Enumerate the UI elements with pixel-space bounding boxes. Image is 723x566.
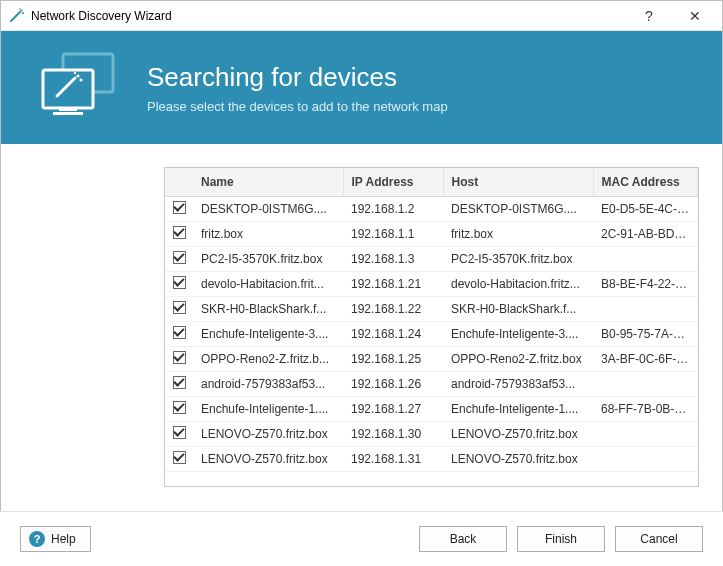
finish-button[interactable]: Finish <box>517 526 605 552</box>
banner-heading: Searching for devices <box>147 62 448 93</box>
row-checkbox-cell[interactable] <box>165 221 193 246</box>
cell-host: devolo-Habitacion.fritz... <box>443 271 593 296</box>
row-checkbox-cell[interactable] <box>165 396 193 421</box>
cancel-button[interactable]: Cancel <box>615 526 703 552</box>
row-checkbox[interactable] <box>173 376 186 389</box>
cell-mac: B8-BE-F4-22-45-16 <box>593 271 698 296</box>
cell-host: OPPO-Reno2-Z.fritz.box <box>443 346 593 371</box>
row-checkbox-cell[interactable] <box>165 271 193 296</box>
back-button[interactable]: Back <box>419 526 507 552</box>
cell-host: LENOVO-Z570.fritz.box <box>443 446 593 471</box>
row-checkbox-cell[interactable] <box>165 446 193 471</box>
cell-name: Enchufe-Inteligente-3.... <box>193 321 343 346</box>
cell-mac <box>593 371 698 396</box>
cell-ip: 192.168.1.26 <box>343 371 443 396</box>
row-checkbox-cell[interactable] <box>165 196 193 221</box>
row-checkbox[interactable] <box>173 226 186 239</box>
cell-ip: 192.168.1.2 <box>343 196 443 221</box>
cell-mac: B0-95-75-7A-AB-01 <box>593 321 698 346</box>
cell-mac: 3A-BF-0C-6F-11-BD <box>593 346 698 371</box>
cell-name: LENOVO-Z570.fritz.box <box>193 421 343 446</box>
svg-rect-5 <box>59 108 77 111</box>
row-checkbox[interactable] <box>173 401 186 414</box>
table-row[interactable]: LENOVO-Z570.fritz.box192.168.1.30LENOVO-… <box>165 421 698 446</box>
cell-name: SKR-H0-BlackShark.f... <box>193 296 343 321</box>
row-checkbox-cell[interactable] <box>165 371 193 396</box>
wizard-icon <box>25 52 135 124</box>
cell-name: devolo-Habitacion.frit... <box>193 271 343 296</box>
table-row[interactable]: DESKTOP-0ISTM6G....192.168.1.2DESKTOP-0I… <box>165 196 698 221</box>
cell-mac: E0-D5-5E-4C-5B-D4 <box>593 196 698 221</box>
cell-name: fritz.box <box>193 221 343 246</box>
row-checkbox[interactable] <box>173 276 186 289</box>
row-checkbox[interactable] <box>173 251 186 264</box>
device-table-container: Name IP Address Host MAC Address DESKTOP… <box>164 167 699 487</box>
row-checkbox[interactable] <box>173 426 186 439</box>
svg-point-7 <box>76 74 79 77</box>
help-titlebar-button[interactable]: ? <box>626 1 672 31</box>
table-row[interactable]: fritz.box192.168.1.1fritz.box2C-91-AB-BD… <box>165 221 698 246</box>
cell-ip: 192.168.1.31 <box>343 446 443 471</box>
cell-mac <box>593 421 698 446</box>
col-ip[interactable]: IP Address <box>343 168 443 196</box>
table-row[interactable]: devolo-Habitacion.frit...192.168.1.21dev… <box>165 271 698 296</box>
table-header-row: Name IP Address Host MAC Address <box>165 168 698 196</box>
cell-ip: 192.168.1.3 <box>343 246 443 271</box>
app-icon <box>9 8 25 24</box>
table-row[interactable]: android-7579383af53...192.168.1.26androi… <box>165 371 698 396</box>
svg-point-8 <box>79 78 82 81</box>
cell-ip: 192.168.1.22 <box>343 296 443 321</box>
help-icon: ? <box>29 531 45 547</box>
cell-host: DESKTOP-0ISTM6G.... <box>443 196 593 221</box>
titlebar: Network Discovery Wizard ? ✕ <box>1 1 722 31</box>
row-checkbox-cell[interactable] <box>165 296 193 321</box>
row-checkbox-cell[interactable] <box>165 321 193 346</box>
table-row[interactable]: Enchufe-Inteligente-3....192.168.1.24Enc… <box>165 321 698 346</box>
row-checkbox[interactable] <box>173 326 186 339</box>
table-row[interactable]: LENOVO-Z570.fritz.box192.168.1.31LENOVO-… <box>165 446 698 471</box>
footer: ? Help Back Finish Cancel <box>0 511 723 566</box>
row-checkbox[interactable] <box>173 351 186 364</box>
cell-host: fritz.box <box>443 221 593 246</box>
banner-subtitle: Please select the devices to add to the … <box>147 99 448 114</box>
table-row[interactable]: SKR-H0-BlackShark.f...192.168.1.22SKR-H0… <box>165 296 698 321</box>
cell-name: LENOVO-Z570.fritz.box <box>193 446 343 471</box>
help-button[interactable]: ? Help <box>20 526 91 552</box>
cell-host: Enchufe-Inteligente-1.... <box>443 396 593 421</box>
cell-host: SKR-H0-BlackShark.f... <box>443 296 593 321</box>
cell-mac <box>593 246 698 271</box>
cell-name: OPPO-Reno2-Z.fritz.b... <box>193 346 343 371</box>
close-button[interactable]: ✕ <box>672 1 718 31</box>
device-table-scroll[interactable]: Name IP Address Host MAC Address DESKTOP… <box>165 168 698 486</box>
cell-ip: 192.168.1.21 <box>343 271 443 296</box>
content-area: Name IP Address Host MAC Address DESKTOP… <box>0 143 723 511</box>
svg-point-9 <box>74 71 76 73</box>
cell-mac <box>593 446 698 471</box>
table-row[interactable]: OPPO-Reno2-Z.fritz.b...192.168.1.25OPPO-… <box>165 346 698 371</box>
svg-point-2 <box>19 8 21 10</box>
cell-name: android-7579383af53... <box>193 371 343 396</box>
row-checkbox[interactable] <box>173 451 186 464</box>
cell-host: LENOVO-Z570.fritz.box <box>443 421 593 446</box>
col-host[interactable]: Host <box>443 168 593 196</box>
cell-ip: 192.168.1.24 <box>343 321 443 346</box>
table-row[interactable]: PC2-I5-3570K.fritz.box192.168.1.3PC2-I5-… <box>165 246 698 271</box>
svg-rect-4 <box>43 70 93 108</box>
cell-ip: 192.168.1.27 <box>343 396 443 421</box>
row-checkbox-cell[interactable] <box>165 346 193 371</box>
table-row[interactable]: Enchufe-Inteligente-1....192.168.1.27Enc… <box>165 396 698 421</box>
col-name[interactable]: Name <box>193 168 343 196</box>
cell-name: PC2-I5-3570K.fritz.box <box>193 246 343 271</box>
cell-host: PC2-I5-3570K.fritz.box <box>443 246 593 271</box>
row-checkbox-cell[interactable] <box>165 421 193 446</box>
row-checkbox[interactable] <box>173 201 186 214</box>
svg-rect-6 <box>53 112 83 115</box>
cell-ip: 192.168.1.1 <box>343 221 443 246</box>
cell-host: Enchufe-Inteligente-3.... <box>443 321 593 346</box>
row-checkbox[interactable] <box>173 301 186 314</box>
svg-point-1 <box>22 12 24 14</box>
cell-mac <box>593 296 698 321</box>
col-mac[interactable]: MAC Address <box>593 168 698 196</box>
row-checkbox-cell[interactable] <box>165 246 193 271</box>
cell-host: android-7579383af53... <box>443 371 593 396</box>
